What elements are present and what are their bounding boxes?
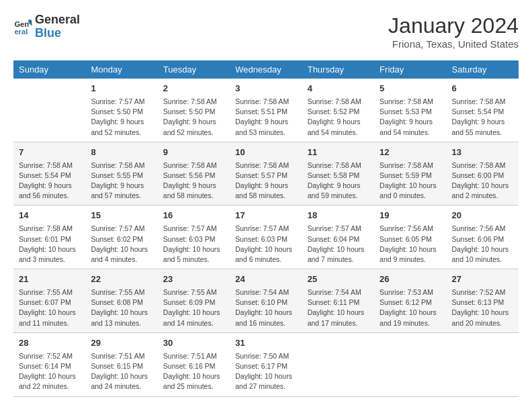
day-number: 2: [163, 83, 224, 95]
day-header-thursday: Thursday: [302, 60, 374, 79]
calendar-cell: [13, 79, 85, 142]
day-info: Sunrise: 7:58 AMSunset: 5:55 PMDaylight:…: [91, 161, 152, 201]
day-number: 9: [163, 146, 224, 159]
calendar-cell: 29Sunrise: 7:51 AMSunset: 6:15 PMDayligh…: [85, 332, 157, 396]
day-info: Sunrise: 7:54 AMSunset: 6:10 PMDaylight:…: [235, 287, 296, 328]
day-number: 5: [380, 83, 441, 95]
calendar-table: SundayMondayTuesdayWednesdayThursdayFrid…: [13, 60, 519, 397]
day-number: 18: [308, 210, 369, 222]
calendar-cell: 28Sunrise: 7:52 AMSunset: 6:14 PMDayligh…: [13, 332, 85, 396]
day-number: 8: [91, 146, 152, 159]
calendar-cell: 22Sunrise: 7:55 AMSunset: 6:08 PMDayligh…: [85, 269, 157, 333]
day-info: Sunrise: 7:57 AMSunset: 5:50 PMDaylight:…: [91, 97, 152, 138]
day-number: 24: [235, 273, 296, 286]
day-number: 30: [163, 337, 224, 350]
day-number: 21: [19, 273, 80, 286]
day-number: 12: [380, 146, 441, 159]
day-info: Sunrise: 7:57 AMSunset: 6:03 PMDaylight:…: [235, 224, 296, 265]
day-info: Sunrise: 7:58 AMSunset: 6:01 PMDaylight:…: [19, 224, 80, 265]
day-number: 13: [452, 146, 513, 159]
day-number: 28: [19, 337, 80, 350]
day-info: Sunrise: 7:53 AMSunset: 6:12 PMDaylight:…: [380, 287, 441, 328]
day-info: Sunrise: 7:58 AMSunset: 5:52 PMDaylight:…: [308, 97, 369, 138]
day-info: Sunrise: 7:58 AMSunset: 5:57 PMDaylight:…: [235, 161, 296, 201]
calendar-cell: 19Sunrise: 7:56 AMSunset: 6:05 PMDayligh…: [374, 205, 446, 269]
calendar-cell: 17Sunrise: 7:57 AMSunset: 6:03 PMDayligh…: [230, 205, 302, 269]
calendar-cell: 12Sunrise: 7:58 AMSunset: 5:59 PMDayligh…: [374, 142, 446, 205]
day-number: 7: [19, 146, 80, 159]
calendar-week-row: 28Sunrise: 7:52 AMSunset: 6:14 PMDayligh…: [13, 332, 519, 396]
calendar-cell: 3Sunrise: 7:58 AMSunset: 5:51 PMDaylight…: [230, 79, 302, 142]
page-subtitle: Friona, Texas, United States: [388, 38, 519, 50]
day-info: Sunrise: 7:58 AMSunset: 6:00 PMDaylight:…: [452, 161, 513, 201]
title-block: January 2024 Friona, Texas, United State…: [388, 13, 519, 50]
day-number: 17: [235, 210, 296, 222]
page-header: Gen eral General Blue January 2024 Frion…: [13, 13, 519, 50]
day-number: 15: [91, 210, 152, 222]
calendar-week-row: 21Sunrise: 7:55 AMSunset: 6:07 PMDayligh…: [13, 269, 519, 333]
day-info: Sunrise: 7:55 AMSunset: 6:09 PMDaylight:…: [163, 287, 224, 328]
calendar-cell: 30Sunrise: 7:51 AMSunset: 6:16 PMDayligh…: [158, 332, 230, 396]
day-info: Sunrise: 7:56 AMSunset: 6:06 PMDaylight:…: [452, 224, 513, 265]
calendar-cell: 2Sunrise: 7:58 AMSunset: 5:50 PMDaylight…: [158, 79, 230, 142]
day-number: 31: [235, 337, 296, 350]
day-info: Sunrise: 7:57 AMSunset: 6:03 PMDaylight:…: [163, 224, 224, 265]
day-header-monday: Monday: [85, 60, 157, 79]
day-info: Sunrise: 7:58 AMSunset: 5:58 PMDaylight:…: [308, 161, 369, 201]
day-header-wednesday: Wednesday: [230, 60, 302, 79]
calendar-cell: 8Sunrise: 7:58 AMSunset: 5:55 PMDaylight…: [85, 142, 157, 205]
calendar-cell: 25Sunrise: 7:54 AMSunset: 6:11 PMDayligh…: [302, 269, 374, 333]
day-info: Sunrise: 7:56 AMSunset: 6:05 PMDaylight:…: [380, 224, 441, 265]
day-number: 19: [380, 210, 441, 222]
day-number: 26: [380, 273, 441, 286]
day-number: 16: [163, 210, 224, 222]
calendar-cell: 16Sunrise: 7:57 AMSunset: 6:03 PMDayligh…: [158, 205, 230, 269]
calendar-cell: [302, 332, 374, 396]
day-header-friday: Friday: [374, 60, 446, 79]
day-number: 22: [91, 273, 152, 286]
day-info: Sunrise: 7:58 AMSunset: 5:54 PMDaylight:…: [19, 161, 80, 201]
day-header-tuesday: Tuesday: [158, 60, 230, 79]
calendar-cell: 27Sunrise: 7:52 AMSunset: 6:13 PMDayligh…: [447, 269, 519, 333]
day-number: 6: [452, 83, 513, 95]
day-header-saturday: Saturday: [447, 60, 519, 79]
calendar-week-row: 1Sunrise: 7:57 AMSunset: 5:50 PMDaylight…: [13, 79, 519, 142]
day-info: Sunrise: 7:58 AMSunset: 5:51 PMDaylight:…: [235, 97, 296, 138]
calendar-cell: 1Sunrise: 7:57 AMSunset: 5:50 PMDaylight…: [85, 79, 157, 142]
calendar-cell: 21Sunrise: 7:55 AMSunset: 6:07 PMDayligh…: [13, 269, 85, 333]
day-number: 29: [91, 337, 152, 350]
calendar-cell: 14Sunrise: 7:58 AMSunset: 6:01 PMDayligh…: [13, 205, 85, 269]
day-info: Sunrise: 7:51 AMSunset: 6:15 PMDaylight:…: [91, 351, 152, 392]
day-info: Sunrise: 7:58 AMSunset: 5:50 PMDaylight:…: [163, 97, 224, 138]
calendar-cell: 11Sunrise: 7:58 AMSunset: 5:58 PMDayligh…: [302, 142, 374, 205]
day-number: 4: [308, 83, 369, 95]
calendar-cell: [374, 332, 446, 396]
day-info: Sunrise: 7:58 AMSunset: 5:56 PMDaylight:…: [163, 161, 224, 201]
calendar-cell: 15Sunrise: 7:57 AMSunset: 6:02 PMDayligh…: [85, 205, 157, 269]
day-number: 14: [19, 210, 80, 222]
page-title: January 2024: [388, 13, 519, 38]
day-number: 10: [235, 146, 296, 159]
logo-icon: Gen eral: [13, 17, 32, 36]
calendar-cell: 31Sunrise: 7:50 AMSunset: 6:17 PMDayligh…: [230, 332, 302, 396]
calendar-cell: 18Sunrise: 7:57 AMSunset: 6:04 PMDayligh…: [302, 205, 374, 269]
day-info: Sunrise: 7:57 AMSunset: 6:04 PMDaylight:…: [308, 224, 369, 265]
calendar-week-row: 14Sunrise: 7:58 AMSunset: 6:01 PMDayligh…: [13, 205, 519, 269]
calendar-cell: 5Sunrise: 7:58 AMSunset: 5:53 PMDaylight…: [374, 79, 446, 142]
calendar-cell: 26Sunrise: 7:53 AMSunset: 6:12 PMDayligh…: [374, 269, 446, 333]
logo-text: General Blue: [35, 13, 80, 40]
calendar-cell: 13Sunrise: 7:58 AMSunset: 6:00 PMDayligh…: [447, 142, 519, 205]
day-info: Sunrise: 7:58 AMSunset: 5:59 PMDaylight:…: [380, 161, 441, 201]
svg-text:eral: eral: [14, 28, 28, 36]
day-info: Sunrise: 7:55 AMSunset: 6:08 PMDaylight:…: [91, 287, 152, 328]
day-number: 23: [163, 273, 224, 286]
calendar-cell: 20Sunrise: 7:56 AMSunset: 6:06 PMDayligh…: [447, 205, 519, 269]
calendar-cell: 24Sunrise: 7:54 AMSunset: 6:10 PMDayligh…: [230, 269, 302, 333]
day-number: 1: [91, 83, 152, 95]
calendar-cell: 9Sunrise: 7:58 AMSunset: 5:56 PMDaylight…: [158, 142, 230, 205]
day-header-sunday: Sunday: [13, 60, 85, 79]
day-number: 25: [308, 273, 369, 286]
logo: Gen eral General Blue: [13, 13, 80, 40]
calendar-week-row: 7Sunrise: 7:58 AMSunset: 5:54 PMDaylight…: [13, 142, 519, 205]
day-info: Sunrise: 7:55 AMSunset: 6:07 PMDaylight:…: [19, 287, 80, 328]
